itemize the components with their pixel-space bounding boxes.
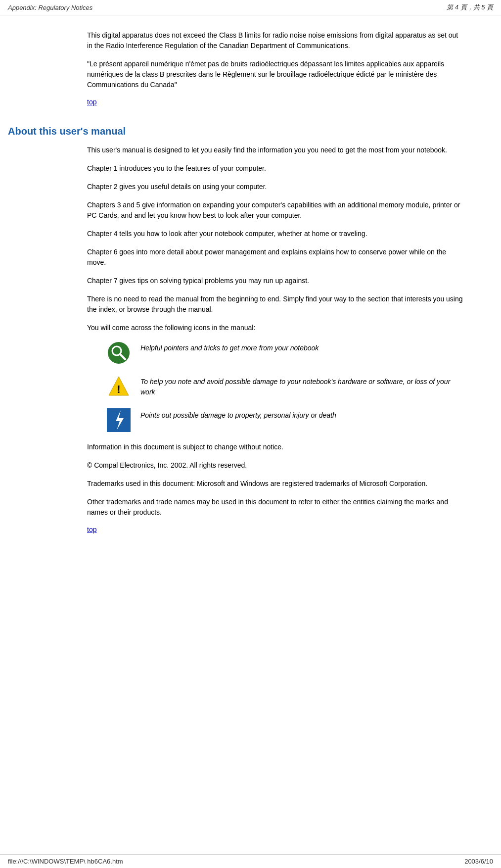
- bottom-para-3: Other trademarks and trade names may be …: [87, 497, 463, 518]
- about-para-7: There is no need to read the manual from…: [87, 294, 463, 315]
- top-section-indented: This digital apparatus does not exceed t…: [87, 30, 463, 116]
- about-heading: About this user's manual: [8, 126, 493, 137]
- bottom-para-2: Trademarks used in this document: Micros…: [87, 479, 463, 489]
- header-left: Appendix: Regulatory Notices: [8, 4, 92, 11]
- warning-svg: !: [107, 375, 131, 398]
- icon-tip-row: Helpful pointers and tricks to get more …: [57, 341, 463, 432]
- footer-left: file:///C:\WINDOWS\TEMP\ hb6CA6.htm: [8, 858, 123, 865]
- page-header: Appendix: Regulatory Notices 第 4 頁，共 5 頁: [0, 0, 501, 15]
- svg-text:!: !: [117, 383, 120, 395]
- tip-svg: [107, 341, 131, 365]
- page-footer: file:///C:\WINDOWS\TEMP\ hb6CA6.htm 2003…: [0, 854, 501, 868]
- about-para-6: Chapter 7 gives tips on solving typical …: [87, 276, 463, 286]
- lightning-text: Points out possible damage to property, …: [140, 408, 463, 421]
- content-area: This digital apparatus does not exceed t…: [0, 15, 501, 583]
- about-indented: This user's manual is designed to let yo…: [87, 145, 463, 333]
- warning-icon: !: [107, 375, 131, 398]
- about-para-2: Chapter 2 gives you useful details on us…: [87, 182, 463, 192]
- about-para-8: You will come across the following icons…: [87, 323, 463, 333]
- tip-icon: [107, 341, 131, 365]
- icon-row-tip: Helpful pointers and tricks to get more …: [57, 341, 463, 365]
- paragraph-2: "Le présent appareil numérique n'èmet pa…: [87, 59, 463, 90]
- lightning-icon: [107, 408, 131, 432]
- svg-point-0: [108, 342, 130, 364]
- bottom-para-0: Information in this document is subject …: [87, 442, 463, 452]
- paragraph-1: This digital apparatus does not exceed t…: [87, 30, 463, 51]
- about-para-0: This user's manual is designed to let yo…: [87, 145, 463, 155]
- lightning-svg: [107, 408, 131, 432]
- about-para-4: Chapter 4 tells you how to look after yo…: [87, 229, 463, 239]
- about-para-1: Chapter 1 introduces you to the features…: [87, 163, 463, 174]
- bottom-content: Information in this document is subject …: [87, 442, 463, 543]
- footer-right: 2003/6/10: [464, 858, 493, 865]
- top-section: This digital apparatus does not exceed t…: [8, 30, 493, 116]
- icon-row-lightning: Points out possible damage to property, …: [57, 408, 463, 432]
- icon-row-warning: ! To help you note and avoid possible da…: [57, 375, 463, 398]
- about-para-5: Chapter 6 goes into more detail about po…: [87, 247, 463, 268]
- top-link-2[interactable]: top: [87, 526, 96, 533]
- header-right: 第 4 頁，共 5 頁: [447, 3, 493, 12]
- warning-text: To help you note and avoid possible dama…: [140, 375, 463, 397]
- about-section: About this user's manual This user's man…: [8, 126, 493, 543]
- about-para-3: Chapters 3 and 5 give information on exp…: [87, 200, 463, 221]
- bottom-para-1: © Compal Electronics, Inc. 2002. All rig…: [87, 460, 463, 471]
- tip-text: Helpful pointers and tricks to get more …: [140, 341, 463, 353]
- top-link-1[interactable]: top: [87, 98, 96, 106]
